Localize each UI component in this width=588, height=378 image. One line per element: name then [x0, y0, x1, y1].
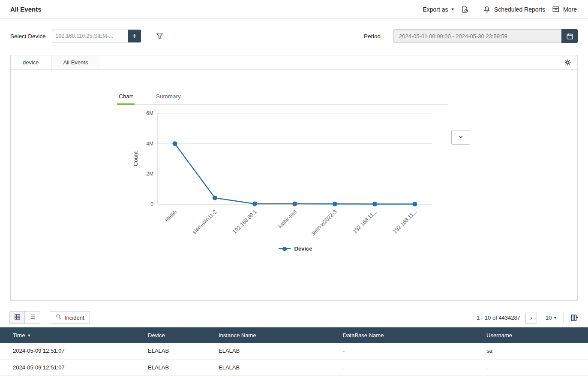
col-username-label: Username	[486, 332, 512, 339]
chart-block: Chart Summary 02M4M6MCountelalabsiem-win…	[117, 90, 456, 252]
device-input[interactable]	[52, 30, 128, 42]
svg-text:192.168.11...: 192.168.11...	[352, 209, 378, 235]
chart-collapse-button[interactable]	[451, 130, 470, 145]
scheduled-reports-label: Scheduled Reports	[494, 6, 545, 13]
cell-database-name: -	[339, 375, 482, 378]
svg-text:4M: 4M	[146, 141, 153, 147]
cell-device: ELALAB	[144, 375, 214, 378]
cell-time: 2024-05-09 12:51:07	[0, 375, 144, 378]
cell-username: sa	[482, 343, 588, 359]
more-icon	[552, 6, 560, 13]
table-row[interactable]: 2024-05-09 12:51:07 ELALAB ELALAB - -	[0, 375, 588, 378]
page-title: All Events	[10, 6, 42, 13]
scheduled-reports-button[interactable]: Scheduled Reports	[483, 6, 545, 13]
cell-database-name: -	[339, 343, 482, 359]
filter-row: Select Device + Period	[0, 19, 588, 55]
svg-text:192.168.11...: 192.168.11...	[392, 209, 418, 235]
export-as-label: Export as	[423, 6, 448, 13]
export-as-button[interactable]: Export as ▾	[423, 6, 454, 13]
cell-instance-name: ELALAB	[214, 343, 339, 359]
svg-text:Count: Count	[132, 151, 139, 166]
col-time-label: Time	[13, 332, 25, 339]
svg-text:siem-w2022-3: siem-w2022-3	[310, 209, 338, 236]
svg-text:0: 0	[150, 201, 153, 207]
table-row[interactable]: 2024-05-09 12:51:07 ELALAB ELALAB - sa	[0, 343, 588, 359]
chart-legend[interactable]: Device	[117, 245, 456, 252]
col-database-name-label: DataBase Name	[343, 332, 384, 339]
subtab-chart[interactable]: Chart	[117, 90, 135, 105]
chevron-down-icon	[457, 133, 464, 142]
subtab-chart-label: Chart	[119, 93, 133, 100]
legend-label: Device	[294, 245, 312, 252]
cell-time: 2024-05-09 12:51:07	[0, 343, 144, 359]
caret-down-icon: ▾	[451, 6, 454, 12]
cell-device: ELALAB	[144, 343, 214, 359]
tab-device[interactable]: device	[11, 55, 51, 70]
header-divider	[476, 4, 476, 15]
svg-text:6M: 6M	[146, 110, 153, 116]
page-header: All Events Export as ▾ Scheduled Reports	[0, 0, 588, 19]
col-header-database-name[interactable]: DataBase Name	[339, 327, 482, 343]
settings-gear-icon[interactable]	[564, 59, 571, 68]
device-count-line-chart: 02M4M6MCountelalabsiem-win11-2192.168.80…	[117, 106, 456, 244]
col-header-device[interactable]: Device	[144, 327, 214, 343]
svg-text:192.168.80.1: 192.168.80.1	[231, 209, 258, 235]
table-row[interactable]: 2024-05-09 12:51:07 ELALAB ELALAB - -	[0, 359, 588, 375]
svg-text:2M: 2M	[146, 171, 153, 177]
more-label: More	[563, 6, 577, 13]
col-header-username[interactable]: Username	[482, 327, 588, 343]
export-history-icon[interactable]	[461, 5, 469, 13]
tab-all-events[interactable]: All Events	[51, 55, 101, 70]
svg-text:siem-win11-2: siem-win11-2	[192, 209, 218, 235]
legend-line-marker	[279, 248, 291, 249]
cell-username: -	[482, 359, 588, 375]
bell-icon	[483, 6, 491, 13]
filter-icon[interactable]	[149, 33, 163, 40]
col-instance-name-label: Instance Name	[219, 332, 256, 339]
report-tab-strip: device All Events	[11, 55, 577, 70]
add-device-button[interactable]: +	[128, 30, 141, 42]
cell-device: ELALAB	[144, 359, 214, 375]
report-panel-body: Chart Summary 02M4M6MCountelalabsiem-win…	[11, 90, 577, 321]
more-button[interactable]: More	[552, 6, 577, 13]
tab-all-events-label: All Events	[63, 59, 88, 66]
sort-desc-icon: ▼	[27, 333, 31, 338]
period-label: Period	[364, 33, 381, 39]
events-table: Time▼ Device Instance Name DataBase Name…	[0, 327, 588, 378]
col-device-label: Device	[148, 332, 165, 339]
period-input[interactable]	[393, 29, 561, 43]
subtab-summary-label: Summary	[156, 93, 181, 100]
cell-time: 2024-05-09 12:51:07	[0, 359, 144, 375]
chart-subtabs: Chart Summary	[117, 90, 448, 105]
report-panel: device All Events Chart Summary 02M4M6MC…	[10, 55, 578, 301]
col-header-time[interactable]: Time▼	[0, 327, 144, 343]
cell-username: -	[482, 375, 588, 378]
cell-database-name: -	[339, 359, 482, 375]
subtab-summary[interactable]: Summary	[154, 90, 183, 105]
select-device-label: Select Device	[10, 33, 46, 39]
tab-device-label: device	[23, 59, 39, 66]
svg-text:kathir-test: kathir-test	[277, 209, 298, 230]
col-header-instance-name[interactable]: Instance Name	[214, 327, 339, 343]
cell-instance-name: ELALAB	[214, 359, 339, 375]
calendar-icon[interactable]	[561, 29, 578, 43]
svg-text:elalab: elalab	[164, 209, 178, 223]
table-header-row: Time▼ Device Instance Name DataBase Name…	[0, 327, 588, 343]
cell-instance-name: ELALAB	[214, 375, 339, 378]
